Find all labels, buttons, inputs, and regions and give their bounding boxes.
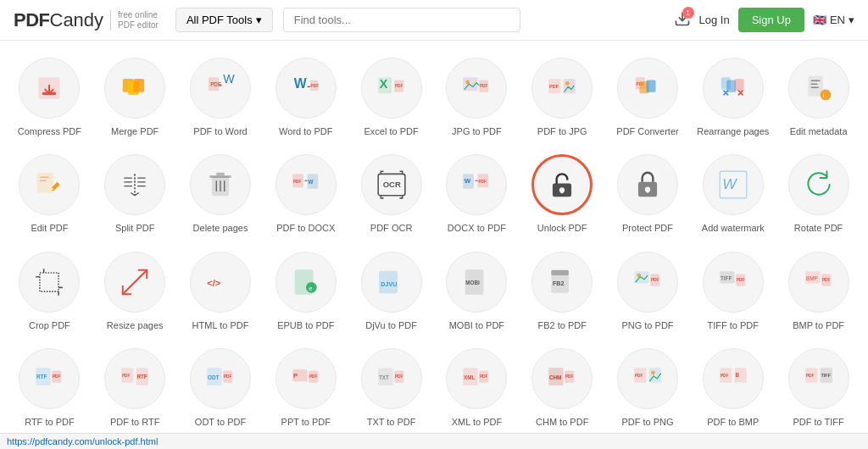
tool-circle-fb2-to-pdf: FB2 [531,252,593,313]
all-tools-label: All PDF Tools [186,14,253,26]
tool-label-txt-to-pdf: TXT to PDF [367,416,416,428]
tool-circle-word-to-pdf: W PDF [275,58,337,119]
tool-circle-pdf-to-rtf: PDF RTF [104,348,165,409]
tool-item-fb2-to-pdf[interactable]: FB2 FB2 to PDF [520,241,605,338]
tool-item-pdf-to-jpg[interactable]: PDF PDF to JPG [520,47,605,144]
tool-item-compress-pdf[interactable]: Compress PDF [7,47,92,144]
tool-label-pdf-to-word: PDF to Word [193,125,247,137]
svg-text:B: B [735,372,739,378]
tool-item-pdf-to-tiff[interactable]: PDF TIFF PDF to TIFF [776,338,861,435]
language-selector[interactable]: 🇬🇧 EN ▾ [813,14,854,26]
tool-item-add-watermark[interactable]: W Add watermark [690,144,776,241]
tool-circle-xml-to-pdf: XML PDF [446,348,507,409]
tool-item-mobi-to-pdf[interactable]: MOBI MOBI to PDF [434,241,520,338]
tool-item-txt-to-pdf[interactable]: TXT PDF TXT to PDF [348,338,434,435]
tool-item-merge-pdf[interactable]: Merge PDF [92,47,178,144]
svg-rect-38 [40,177,49,179]
svg-rect-34 [810,86,819,88]
tool-item-pdf-to-docx[interactable]: PDF W PDF to DOCX [263,144,348,241]
tool-label-split-pdf: Split PDF [115,222,154,234]
svg-text:PDF: PDF [310,84,319,88]
tool-circle-tiff-to-pdf: TIFF PDF [703,252,764,313]
svg-text:XML: XML [464,374,475,380]
tool-label-rearrange-pages: Rearrange pages [697,125,769,137]
signup-button[interactable]: Sign Up [738,8,804,32]
tool-item-crop-pdf[interactable]: Crop PDF [7,241,92,338]
tool-circle-mobi-to-pdf: MOBI [446,252,507,313]
tool-item-rtf-to-pdf[interactable]: RTF PDF RTF to PDF [7,338,92,435]
tool-item-edit-metadata[interactable]: i Edit metadata [776,47,861,144]
tool-item-unlock-pdf[interactable]: Unlock PDF [520,144,605,241]
tool-label-merge-pdf: Merge PDF [111,125,159,137]
svg-rect-32 [810,80,820,82]
tool-item-excel-to-pdf[interactable]: X PDF Excel to PDF [348,47,434,144]
status-bar: https://pdfcandy.com/unlock-pdf.html [0,433,868,441]
tool-item-odt-to-pdf[interactable]: ODT PDF ODT to PDF [178,338,264,435]
svg-text:PDF: PDF [635,374,643,378]
svg-point-124 [651,370,655,374]
login-button[interactable]: Log In [699,14,730,26]
svg-text:PDF: PDF [651,278,659,282]
tool-circle-docx-to-pdf: W PDF [446,154,507,215]
tool-item-rearrange-pages[interactable]: Rearrange pages [690,47,776,144]
tool-item-tiff-to-pdf[interactable]: TIFF PDF TIFF to PDF [690,241,776,338]
tool-item-delete-pages[interactable]: Delete pages [178,144,264,241]
svg-rect-79 [552,269,570,274]
tool-item-docx-to-pdf[interactable]: W PDF DOCX to PDF [434,144,520,241]
all-tools-button[interactable]: All PDF Tools ▾ [175,8,273,32]
tool-label-djvu-to-pdf: DjVu to PDF [365,319,417,331]
svg-text:OCR: OCR [382,180,400,189]
tool-item-pdf-to-rtf[interactable]: PDF RTF PDF to RTF [92,338,178,435]
svg-text:FB2: FB2 [553,280,564,287]
svg-text:PDF: PDF [224,374,232,379]
tool-item-bmp-to-pdf[interactable]: BMP PDF BMP to PDF [776,241,861,338]
download-badge: 1 [682,7,694,19]
tool-label-unlock-pdf: Unlock PDF [537,222,587,234]
tool-item-split-pdf[interactable]: Split PDF [92,144,178,241]
tool-item-png-to-pdf[interactable]: PDF PNG to PDF [605,241,691,338]
tool-circle-pdf-to-tiff: PDF TIFF [788,348,849,409]
tool-item-protect-pdf[interactable]: Protect PDF [605,144,691,241]
tool-label-word-to-pdf: Word to PDF [279,125,332,137]
search-input[interactable] [283,8,520,32]
tool-item-resize-pages[interactable]: Resize pages [92,241,178,338]
svg-text:PDF: PDF [395,84,403,88]
status-url: https://pdfcandy.com/unlock-pdf.html [7,436,158,441]
tool-circle-add-watermark: W [703,154,764,215]
tool-item-chm-to-pdf[interactable]: CHM PDF CHM to PDF [520,338,605,435]
tool-item-html-to-pdf[interactable]: </> HTML to PDF [178,241,264,338]
tool-item-pdf-to-bmp[interactable]: PDF B PDF to BMP [690,338,776,435]
tool-circle-djvu-to-pdf: DJVU [361,252,422,313]
tool-item-jpg-to-pdf[interactable]: PDF JPG to PDF [434,47,520,144]
tool-item-pdf-to-png[interactable]: PDF PDF to PNG [605,338,691,435]
svg-text:</>: </> [207,277,221,287]
tool-item-djvu-to-pdf[interactable]: DJVU DjVu to PDF [348,241,434,338]
tool-circle-merge-pdf [104,58,165,119]
tool-label-pdf-converter: PDF Converter [616,125,678,137]
tool-label-protect-pdf: Protect PDF [622,222,673,234]
tool-item-rotate-pdf[interactable]: Rotate PDF [776,144,861,241]
tool-item-pdf-to-word[interactable]: PDF W PDF to Word [178,47,264,144]
lang-label: EN [830,14,845,26]
svg-rect-5 [134,79,145,92]
tool-label-excel-to-pdf: Excel to PDF [364,125,419,137]
svg-rect-42 [209,175,231,178]
tool-item-pdf-ocr[interactable]: OCR PDF OCR [348,144,434,241]
tool-circle-delete-pages [190,154,251,215]
tool-item-epub-to-pdf[interactable]: e EPUB to PDF [263,241,348,338]
svg-text:PDF: PDF [721,374,729,378]
svg-point-17 [466,80,470,85]
tool-label-xml-to-pdf: XML to PDF [452,416,503,428]
tool-item-xml-to-pdf[interactable]: XML PDF XML to PDF [434,338,520,435]
download-button[interactable]: 1 [674,10,691,30]
tool-label-docx-to-pdf: DOCX to PDF [448,222,506,234]
svg-text:i: i [822,91,824,99]
svg-text:ODT: ODT [208,374,219,380]
svg-text:W: W [223,72,235,86]
svg-rect-65 [40,273,58,291]
tool-item-ppt-to-pdf[interactable]: P PDF PPT to PDF [263,338,348,435]
tool-item-edit-pdf[interactable]: Edit PDF [7,144,92,241]
tool-item-word-to-pdf[interactable]: W PDF Word to PDF [263,47,348,144]
svg-text:PDF: PDF [309,374,318,379]
tool-item-pdf-converter[interactable]: PDF PDF Converter [605,47,691,144]
